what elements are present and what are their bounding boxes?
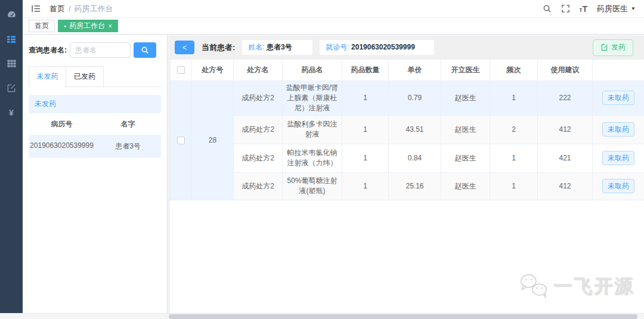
rx-name-cell: 成药处方2	[234, 144, 283, 172]
patient-list-header: 病历号 名字	[29, 113, 161, 135]
rx-no-cell: 28	[192, 80, 234, 200]
dashboard-icon	[7, 10, 17, 20]
patient-record-no: 2019063020539999	[29, 141, 95, 151]
fontsize-button[interactable]: тT	[580, 4, 587, 14]
header-drug-name: 药品名	[283, 60, 342, 80]
header-checkbox-cell	[171, 60, 192, 80]
fullscreen-icon	[561, 4, 570, 13]
dispense-label: 发药	[611, 42, 626, 52]
header-price: 单价	[389, 60, 441, 80]
price-cell: 25.16	[389, 172, 441, 200]
top-navbar: 首页 / 药房工作台 тT 药房医生 ▼	[23, 0, 644, 18]
fontsize-large-glyph: T	[583, 4, 588, 14]
drug-name-cell: 帕拉米韦氯化钠注射液（力纬）	[283, 144, 342, 172]
wechat-logo-icon	[516, 272, 551, 300]
qty-cell: 1	[342, 144, 389, 172]
not-picked-button[interactable]: 未取药	[602, 151, 634, 165]
breadcrumb: 首页 / 药房工作台	[49, 4, 113, 14]
header-rx-no: 处方号	[192, 60, 234, 80]
patient-list-row[interactable]: 2019063020539999 患者3号	[29, 135, 161, 158]
prescription-table: 处方号 处方名 药品名 药品数量 单价 开立医生 频次 使用建议 28	[170, 60, 644, 200]
name-value: 患者3号	[267, 43, 292, 51]
visit-value: 2019063020539999	[351, 43, 415, 51]
user-name: 药房医生	[597, 4, 628, 14]
table-row: 成药处方2 50%葡萄糖注射液(塑瓶) 1 25.16 赵医生 1 412 未取…	[171, 172, 644, 200]
tab-close-icon[interactable]: ×	[108, 23, 112, 30]
table-row: 成药处方2 帕拉米韦氯化钠注射液（力纬） 1 0.84 赵医生 1 421 未取…	[171, 144, 644, 172]
not-picked-button[interactable]: 未取药	[602, 91, 634, 105]
action-cell: 未取药	[593, 172, 644, 200]
qty-cell: 1	[342, 115, 389, 144]
sidebar-item-table[interactable]	[0, 51, 23, 76]
freq-cell: 1	[490, 80, 538, 115]
currency-yuan-icon: ¥	[9, 108, 14, 117]
sidebar-item-edit[interactable]	[0, 76, 23, 100]
select-all-checkbox[interactable]	[177, 66, 185, 74]
user-dropdown[interactable]: 药房医生 ▼	[597, 4, 636, 14]
search-icon	[141, 46, 149, 54]
freq-cell: 1	[490, 144, 538, 172]
collapse-button[interactable]: <	[175, 41, 194, 54]
search-icon	[543, 4, 552, 13]
patient-name: 患者3号	[95, 141, 161, 151]
menu-list-icon	[7, 35, 16, 44]
doctor-cell: 赵医生	[441, 144, 490, 172]
price-cell: 0.79	[389, 80, 441, 115]
watermark-text: 一飞开源	[553, 274, 634, 299]
tab-home[interactable]: 首页	[29, 20, 55, 32]
horizontal-scrollbar-thumb[interactable]	[169, 314, 637, 319]
action-cell: 未取药	[593, 115, 644, 144]
qty-cell: 1	[342, 80, 389, 115]
freq-cell: 1	[490, 172, 538, 200]
advice-cell: 412	[538, 172, 593, 200]
sidebar-item-dashboard[interactable]	[0, 2, 23, 27]
header-qty: 药品数量	[342, 60, 389, 80]
freq-cell: 2	[490, 115, 538, 144]
header-search-button[interactable]	[543, 4, 552, 13]
advice-cell: 421	[538, 144, 593, 172]
patient-search-input[interactable]	[70, 42, 131, 58]
sidebar-item-worklist[interactable]	[0, 27, 23, 51]
current-patient-label: 当前患者:	[202, 42, 235, 53]
tag-tabs-bar: 首页 ● 药房工作台 ×	[23, 18, 644, 35]
patient-search-button[interactable]	[134, 42, 156, 58]
price-cell: 43.51	[389, 115, 441, 144]
drug-name-cell: 50%葡萄糖注射液(塑瓶)	[283, 172, 342, 200]
caret-down-icon: ▼	[631, 6, 636, 11]
not-picked-button[interactable]: 未取药	[602, 122, 634, 137]
price-cell: 0.84	[389, 144, 441, 172]
patient-search-row: 查询患者名:	[29, 42, 161, 58]
breadcrumb-home[interactable]: 首页	[49, 4, 65, 14]
undispensed-banner: 未发药	[29, 95, 161, 113]
patient-query-panel: 查询患者名: 未发药 已发药 未发药 病历号 名字 20190630205399…	[23, 35, 168, 313]
fullscreen-button[interactable]	[561, 4, 570, 13]
hamburger-toggle[interactable]	[31, 4, 41, 13]
patient-name-box: 姓名: 患者3号	[242, 40, 312, 55]
tab-dispensed[interactable]: 已发药	[66, 66, 104, 86]
table-row: 成药处方2 盐酸利多卡因注射液 1 43.51 赵医生 2 412 未取药	[171, 115, 644, 144]
icon-sidebar: ¥	[0, 0, 23, 313]
dispense-edit-icon	[600, 44, 608, 51]
prescription-panel: < 当前患者: 姓名: 患者3号 就诊号: 2019063020539999 发…	[170, 35, 644, 313]
header-advice: 使用建议	[538, 60, 593, 80]
doctor-cell: 赵医生	[441, 80, 490, 115]
breadcrumb-separator: /	[69, 4, 71, 13]
hamburger-icon	[31, 4, 41, 13]
name-label: 姓名:	[248, 43, 264, 51]
drug-name-cell: 盐酸甲哌卡因/肾上腺素（斯康杜尼）注射液	[283, 80, 342, 115]
qty-cell: 1	[342, 172, 389, 200]
advice-cell: 222	[538, 80, 593, 115]
table-icon	[7, 59, 16, 68]
tab-pharmacy-workbench[interactable]: ● 药房工作台 ×	[58, 20, 118, 32]
dispense-button[interactable]: 发药	[593, 39, 633, 56]
navbar-actions: тT 药房医生 ▼	[543, 4, 636, 14]
header-rx-name: 处方名	[234, 60, 283, 80]
table-header-row: 处方号 处方名 药品名 药品数量 单价 开立医生 频次 使用建议	[171, 60, 644, 80]
sidebar-item-fees[interactable]: ¥	[0, 100, 23, 125]
row-checkbox-cell	[171, 80, 192, 200]
row-checkbox[interactable]	[177, 137, 185, 144]
tab-undispensed[interactable]: 未发药	[29, 66, 66, 87]
not-picked-button[interactable]: 未取药	[602, 179, 634, 193]
pharmacy-workbench-page: ¥ 首页 / 药房工作台 тT	[0, 0, 644, 319]
watermark: 一飞开源	[516, 272, 634, 300]
